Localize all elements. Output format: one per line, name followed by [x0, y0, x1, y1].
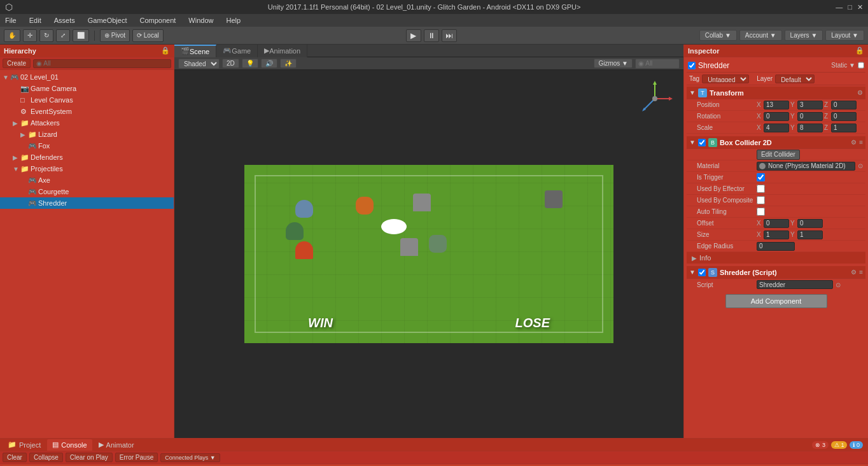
tab-project[interactable]: 📁 Project: [3, 439, 46, 451]
oy-label: Y: [790, 220, 797, 227]
hierarchy-item-shredder[interactable]: 🎮 Shredder: [0, 197, 174, 209]
script-enabled-checkbox[interactable]: [698, 269, 706, 276]
hierarchy-item-attackers[interactable]: ▶ 📁 Attackers: [0, 117, 174, 129]
size-x-input[interactable]: [764, 230, 789, 239]
auto-tiling-checkbox[interactable]: [757, 208, 765, 216]
scene-search-input[interactable]: [635, 59, 680, 69]
layers-button[interactable]: Layers ▼: [785, 30, 823, 41]
menu-gameobject[interactable]: GameObject: [85, 15, 130, 25]
transform-settings-icon[interactable]: ⚙: [857, 89, 863, 96]
material-select-icon[interactable]: ⊙: [858, 162, 863, 169]
clear-on-play-button[interactable]: Clear on Play: [66, 453, 113, 462]
offset-label: Offset: [697, 220, 754, 227]
is-trigger-checkbox[interactable]: [757, 173, 765, 181]
menu-window[interactable]: Window: [186, 15, 216, 25]
script-settings-icon[interactable]: ⚙: [851, 269, 857, 276]
position-x-input[interactable]: [764, 101, 789, 109]
clear-button[interactable]: Clear: [3, 453, 27, 462]
scale-z-input[interactable]: [831, 124, 857, 132]
error-pause-button[interactable]: Error Pause: [115, 453, 158, 462]
fx-button[interactable]: ✨: [280, 59, 297, 68]
hierarchy-item-eventsystem[interactable]: ⚙ EventSystem: [0, 106, 174, 117]
layer-select[interactable]: Default: [775, 74, 815, 83]
tab-animator[interactable]: ▶ Animator: [94, 439, 139, 451]
edit-collider-button[interactable]: Edit Collider: [757, 150, 800, 160]
hierarchy-search-input[interactable]: [33, 59, 171, 68]
static-checkbox[interactable]: [858, 61, 864, 69]
gizmos-button[interactable]: Gizmos ▼: [594, 59, 633, 68]
step-button[interactable]: ⏭: [442, 29, 457, 42]
tool-scale[interactable]: ⤢: [56, 29, 70, 42]
size-y-input[interactable]: [797, 230, 823, 239]
pivot-button[interactable]: ⊕ Pivot: [100, 29, 130, 42]
hierarchy-item-fox[interactable]: 🎮 Fox: [0, 140, 174, 152]
hierarchy-item-courgette[interactable]: 🎮 Courgette: [0, 186, 174, 197]
tab-console[interactable]: ▤ Console: [47, 439, 92, 451]
offset-x-input[interactable]: [764, 219, 789, 228]
hierarchy-create-button[interactable]: Create: [3, 59, 31, 68]
sprite-mushroom: [295, 241, 313, 259]
hierarchy-item-canvas[interactable]: □ Level Canvas: [0, 94, 174, 106]
account-button[interactable]: Account ▼: [739, 30, 782, 41]
hierarchy-item-camera[interactable]: 📷 Game Camera: [0, 83, 174, 94]
shaded-select[interactable]: Shaded: [178, 59, 220, 69]
hierarchy-item-projectiles[interactable]: ▼ 📁 Projectiles: [0, 163, 174, 174]
tab-animation[interactable]: ▶ Animation: [258, 45, 307, 57]
transform-component-header[interactable]: ▼ T Transform ⚙: [687, 87, 865, 99]
shredder-script-header[interactable]: ▼ S Shredder (Script) ⚙ ≡: [687, 266, 865, 279]
tool-rotate[interactable]: ↻: [39, 29, 53, 42]
hierarchy-item-level01[interactable]: ▼ 🎮 02 Level_01: [0, 71, 174, 83]
menu-component[interactable]: Component: [137, 15, 178, 25]
boxcollider-component-header[interactable]: ▼ B Box Collider 2D ⚙ ≡: [687, 136, 865, 149]
hierarchy-item-lizard[interactable]: ▶ 📁 Lizard: [0, 129, 174, 140]
tool-rect[interactable]: ⬜: [73, 29, 89, 42]
info-arrow-icon: ▶: [692, 255, 697, 262]
audio-button[interactable]: 🔊: [261, 59, 277, 68]
layout-button[interactable]: Layout ▼: [825, 30, 864, 41]
collapse-button[interactable]: Collapse: [29, 453, 63, 462]
play-button[interactable]: ▶: [406, 29, 421, 42]
collider-settings-icon[interactable]: ⚙: [851, 139, 857, 146]
offset-y-input[interactable]: [797, 219, 823, 228]
local-button[interactable]: ⟳ Local: [132, 29, 164, 42]
edge-radius-input[interactable]: [757, 242, 795, 251]
minimize-button[interactable]: —: [836, 3, 843, 11]
inspector-lock-icon[interactable]: 🔒: [855, 46, 864, 55]
object-enabled-checkbox[interactable]: [688, 62, 696, 69]
collab-button[interactable]: Collab ▼: [699, 30, 737, 41]
used-by-composite-checkbox[interactable]: [757, 196, 765, 204]
rotation-z-input[interactable]: [831, 112, 857, 121]
tool-move[interactable]: ✛: [23, 29, 37, 42]
2d-button[interactable]: 2D: [222, 59, 239, 68]
hierarchy-item-axe[interactable]: 🎮 Axe: [0, 174, 174, 186]
menu-edit[interactable]: Edit: [27, 15, 44, 25]
position-y-input[interactable]: [797, 101, 823, 109]
hierarchy-item-defenders[interactable]: ▶ 📁 Defenders: [0, 152, 174, 163]
tab-game[interactable]: 🎮 Game: [216, 45, 258, 57]
used-by-effector-checkbox[interactable]: [757, 185, 765, 193]
scene-viewport[interactable]: WIN LOSE: [174, 70, 683, 438]
sprite-gnome: [295, 200, 313, 218]
scale-y-input[interactable]: [797, 124, 823, 132]
add-component-button[interactable]: Add Component: [725, 294, 827, 308]
tag-select[interactable]: Untagged: [702, 74, 749, 83]
tab-scene[interactable]: 🎬 Scene: [174, 45, 216, 57]
tool-hand[interactable]: ✋: [4, 29, 20, 42]
menu-file[interactable]: File: [3, 15, 19, 25]
position-z-input[interactable]: [831, 101, 857, 109]
connected-plays-button[interactable]: Connected Plays ▼: [160, 453, 220, 462]
script-select-icon[interactable]: ⊙: [836, 281, 841, 288]
lights-button[interactable]: 💡: [242, 59, 258, 68]
script-menu-icon[interactable]: ≡: [859, 269, 863, 276]
collider-enabled-checkbox[interactable]: [698, 139, 706, 146]
scale-x-input[interactable]: [764, 124, 789, 132]
menu-assets[interactable]: Assets: [52, 15, 78, 25]
maximize-button[interactable]: □: [848, 3, 852, 11]
close-button[interactable]: ✕: [857, 3, 863, 11]
pause-button[interactable]: ⏸: [424, 29, 439, 42]
rotation-y-input[interactable]: [797, 112, 823, 121]
rotation-x-input[interactable]: [764, 112, 789, 121]
menu-help[interactable]: Help: [223, 15, 243, 25]
arrow-icon: ▶: [13, 154, 20, 161]
collider-menu-icon[interactable]: ≡: [859, 139, 863, 146]
